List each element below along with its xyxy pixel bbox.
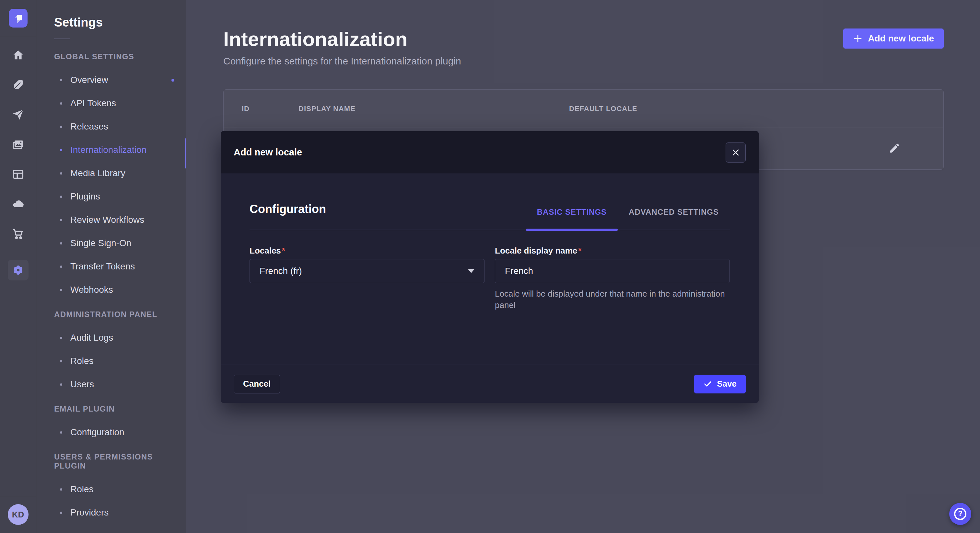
required-asterisk: * [578, 246, 581, 255]
display-name-helper: Locale will be displayed under that name… [495, 288, 730, 311]
help-button[interactable]: ? [949, 503, 971, 525]
settings-tabs: BASIC SETTINGSADVANCED SETTINGS [526, 208, 730, 230]
add-locale-modal: Add new locale Configuration BASIC SETTI… [221, 131, 759, 403]
question-mark-icon: ? [954, 508, 966, 520]
cancel-button[interactable]: Cancel [234, 374, 280, 393]
tab-advanced-settings[interactable]: ADVANCED SETTINGS [618, 208, 730, 230]
close-x-icon [731, 148, 740, 157]
modal-section-title: Configuration [250, 202, 326, 230]
modal-close-button[interactable] [725, 143, 746, 163]
modal-title: Add new locale [234, 147, 302, 158]
tab-basic-settings[interactable]: BASIC SETTINGS [526, 208, 618, 230]
check-icon [703, 379, 712, 389]
locales-select[interactable]: French (fr) [250, 259, 485, 283]
display-name-label: Locale display name* [495, 246, 730, 256]
locales-label: Locales* [250, 246, 485, 256]
save-button[interactable]: Save [694, 374, 746, 393]
chevron-down-icon [468, 269, 474, 273]
locales-select-value: French (fr) [259, 266, 302, 276]
display-name-input[interactable] [495, 259, 730, 283]
required-asterisk: * [282, 246, 285, 255]
